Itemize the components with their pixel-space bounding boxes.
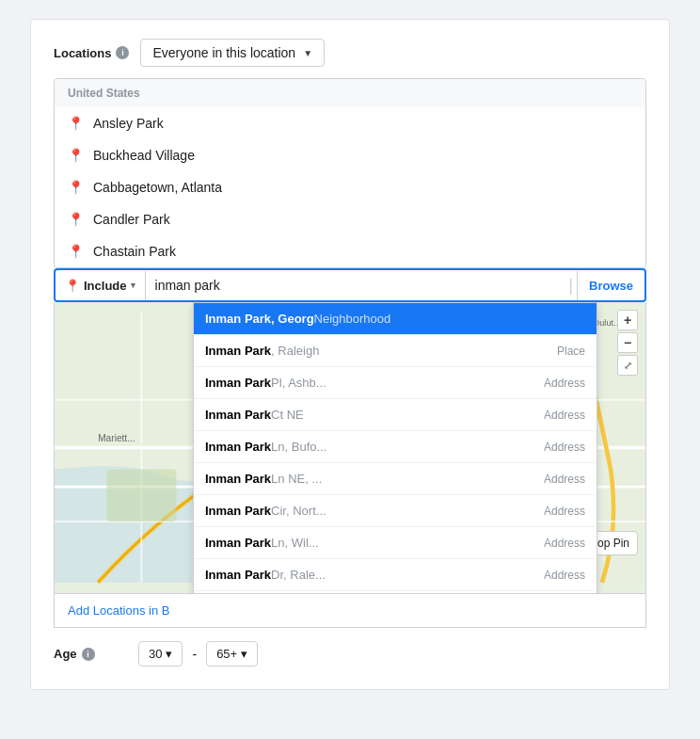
location-name: Cabbagetown, Atlanta (93, 180, 222, 195)
age-label: Age (54, 647, 77, 661)
age-max-value: 65+ (216, 647, 237, 661)
autocomplete-item-8[interactable]: Inman Park Dr, Rale... Address (194, 559, 597, 591)
location-name: Ansley Park (93, 116, 164, 131)
autocomplete-item-4[interactable]: Inman Park Ln, Bufo... Address (194, 431, 597, 463)
autocomplete-dropdown: Inman Park, Georg Neighborhood Inman Par… (193, 302, 597, 594)
autocomplete-item-5[interactable]: Inman Park Ln NE, ... Address (194, 463, 597, 495)
autocomplete-item-9[interactable]: Inman Village Pkwy ... Address (194, 591, 597, 594)
divider: | (565, 276, 577, 296)
locations-label: Locations (54, 46, 111, 60)
age-max-chevron-icon: ▾ (241, 647, 247, 661)
location-list-box: United States 📍 Ansley Park 📍 Buckhead V… (54, 78, 646, 268)
age-min-value: 30 (149, 647, 162, 661)
map-controls: + − ⤢ (617, 310, 638, 376)
autocomplete-item-7[interactable]: Inman Park Ln, Wil... Address (194, 527, 597, 559)
search-row: 📍 Include ▾ | Browse (54, 268, 646, 302)
list-item[interactable]: 📍 Candler Park (55, 203, 645, 235)
zoom-in-button[interactable]: + (617, 310, 638, 330)
browse-button[interactable]: Browse (577, 271, 644, 300)
zoom-out-button[interactable]: − (617, 332, 638, 353)
include-pin-icon: 📍 (65, 279, 80, 293)
include-button[interactable]: 📍 Include ▾ (56, 271, 146, 300)
pin-icon: 📍 (68, 212, 84, 227)
age-min-select[interactable]: 30 ▾ (138, 641, 183, 667)
age-dash: - (192, 647, 197, 662)
autocomplete-item-3[interactable]: Inman Park Ct NE Address (194, 399, 597, 431)
chevron-down-icon: ▼ (303, 48, 312, 58)
list-item[interactable]: 📍 Buckhead Village (55, 139, 645, 171)
location-name: Buckhead Village (93, 148, 195, 163)
autocomplete-item-6[interactable]: Inman Park Cir, Nort... Address (194, 495, 597, 527)
age-min-chevron-icon: ▾ (166, 647, 172, 661)
location-name: Candler Park (93, 212, 170, 227)
main-panel: Locations i Everyone in this location ▼ … (30, 19, 670, 690)
age-max-select[interactable]: 65+ ▾ (206, 641, 258, 667)
locations-row: Locations i Everyone in this location ▼ (54, 39, 646, 67)
location-type-value: Everyone in this location (152, 45, 295, 60)
location-name: Chastain Park (93, 244, 176, 259)
include-label: Include (84, 279, 127, 293)
list-item[interactable]: 📍 Chastain Park (55, 235, 645, 267)
map-container: Mariett... S... 278 85 Dulut... + − ⤢ 📍 … (54, 302, 646, 594)
pin-icon: 📍 (68, 244, 84, 259)
list-item[interactable]: 📍 Ansley Park (55, 107, 645, 139)
age-info-icon[interactable]: i (82, 648, 95, 661)
svg-rect-10 (106, 470, 176, 522)
add-locations-row[interactable]: Add Locations in B (54, 594, 646, 628)
include-chevron-icon: ▾ (131, 281, 135, 290)
location-search-input[interactable] (146, 270, 565, 300)
list-item[interactable]: 📍 Cabbagetown, Atlanta (55, 171, 645, 203)
map-expand-button[interactable]: ⤢ (617, 355, 638, 376)
age-label-group: Age i (54, 647, 129, 661)
locations-label-group: Locations i (54, 46, 129, 60)
pin-icon: 📍 (68, 148, 84, 163)
autocomplete-item-1[interactable]: Inman Park , Raleigh Place (194, 335, 597, 367)
locations-info-icon[interactable]: i (116, 46, 129, 59)
pin-icon: 📍 (68, 180, 84, 195)
pin-icon: 📍 (68, 116, 84, 131)
age-row: Age i 30 ▾ - 65+ ▾ (54, 641, 646, 667)
list-header: United States (55, 79, 645, 107)
svg-text:Mariett...: Mariett... (98, 433, 135, 443)
autocomplete-item-0[interactable]: Inman Park, Georg Neighborhood (194, 303, 597, 335)
autocomplete-item-2[interactable]: Inman Park Pl, Ashb... Address (194, 367, 597, 399)
location-type-dropdown[interactable]: Everyone in this location ▼ (140, 39, 325, 67)
